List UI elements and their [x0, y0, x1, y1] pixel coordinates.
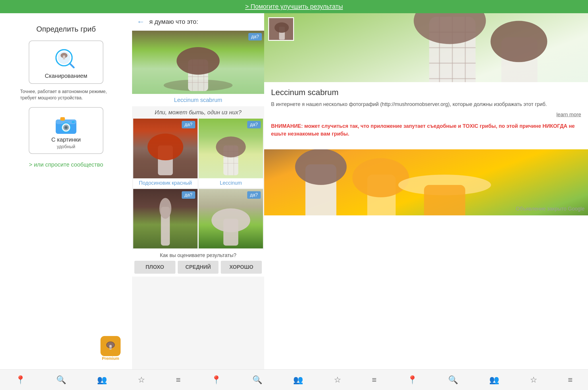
svg-rect-3	[63, 55, 65, 59]
warning-text: ВНИМАНИЕ: может случиться так, что прило…	[271, 122, 581, 138]
nav-people-icon-3[interactable]: 👥	[489, 375, 499, 385]
left-panel-inner: Определить гриб Сканированием Точнее, ра…	[9, 19, 123, 364]
main-result-image: да?	[132, 31, 264, 94]
scan-option-card[interactable]: Сканированием	[29, 40, 103, 84]
svg-point-40	[159, 198, 171, 219]
scan-option-note: Точнее, работает в автономном режиме, тр…	[17, 88, 115, 101]
nav-star-icon-3[interactable]: ☆	[530, 375, 537, 385]
premium-mushroom-icon	[104, 340, 117, 352]
nav-star-icon-2[interactable]: ☆	[334, 375, 341, 385]
nav-location-icon-2[interactable]: 📍	[211, 375, 221, 385]
alt-item-3: да?	[133, 189, 198, 249]
svg-point-61	[295, 149, 347, 185]
ad-label: Объявление закрыто Google	[516, 206, 585, 212]
middle-panel: ← я думаю что это: да?	[132, 13, 264, 369]
middle-header: ← я думаю что это:	[132, 13, 264, 31]
camera-option-card[interactable]: С картинки удобный	[29, 107, 103, 154]
alt-item-4: да?	[199, 189, 263, 249]
left-panel: Определить гриб Сканированием Точнее, ра…	[0, 13, 132, 369]
alt-image-2: да?	[199, 119, 263, 178]
nav-location-icon-3[interactable]: 📍	[407, 375, 417, 385]
camera-icon	[55, 113, 78, 136]
svg-rect-65	[424, 185, 465, 215]
rating-buttons: ПЛОХО СРЕДНИЙ ХОРОШО	[134, 261, 262, 274]
alt-name-2: Leccinum	[199, 178, 263, 188]
nav-menu-icon-1[interactable]: ≡	[176, 375, 181, 385]
premium-label: Premium	[102, 356, 119, 361]
species-name: Leccinum scabrum	[271, 88, 581, 97]
rating-bad-button[interactable]: ПЛОХО	[134, 261, 175, 274]
alt-image-4: да?	[199, 189, 263, 249]
svg-point-29	[148, 134, 183, 160]
scan-icon	[53, 47, 79, 73]
alt-item-2: да? Leccinum	[199, 119, 263, 188]
svg-line-4	[70, 63, 74, 67]
svg-point-37	[216, 136, 246, 157]
svg-rect-8	[60, 117, 65, 121]
premium-badge: Premium	[100, 336, 121, 361]
main-mushroom-svg	[132, 31, 264, 94]
right-info: Leccinum scabrum В интернете я нашел нес…	[264, 82, 588, 149]
right-top-image	[264, 13, 588, 82]
alt-image-1: да?	[133, 119, 198, 178]
right-bottom-svg	[264, 149, 588, 215]
nav-group-1: 📍 🔍 👥 ☆ ≡	[0, 375, 196, 385]
nav-search-icon-3[interactable]: 🔍	[448, 375, 458, 385]
alt-yes-badge-4[interactable]: да?	[247, 191, 261, 199]
main-area: Определить гриб Сканированием Точнее, ра…	[0, 13, 588, 369]
right-thumb	[268, 17, 294, 41]
right-thumb-svg	[269, 18, 294, 41]
back-button[interactable]: ←	[137, 17, 145, 26]
left-panel-title: Определить гриб	[36, 25, 96, 34]
alt-yes-badge-3[interactable]: да?	[182, 191, 195, 199]
nav-star-icon-1[interactable]: ☆	[138, 375, 145, 385]
alt-name-1: Подосиновик красный	[133, 178, 198, 188]
rating-medium-button[interactable]: СРЕДНИЙ	[178, 261, 219, 274]
nav-search-icon-2[interactable]: 🔍	[252, 375, 262, 385]
svg-point-58	[274, 22, 289, 33]
premium-icon	[100, 336, 121, 356]
nav-people-icon-2[interactable]: 👥	[293, 375, 303, 385]
alt-image-3: да?	[133, 189, 198, 249]
learn-more-link[interactable]: learn more	[271, 112, 581, 118]
middle-title: я думаю что это:	[149, 18, 198, 26]
svg-point-63	[352, 158, 409, 198]
nav-menu-icon-3[interactable]: ≡	[568, 375, 572, 385]
alt-item-1: да? Подосиновик красный	[133, 119, 198, 188]
alternatives-row-2: да? да?	[132, 189, 264, 249]
svg-rect-14	[109, 345, 112, 350]
species-description: В интернете я нашел несколько фотографий…	[271, 101, 581, 108]
nav-group-2: 📍 🔍 👥 ☆ ≡	[196, 375, 392, 385]
alt-yes-badge-2[interactable]: да?	[247, 121, 261, 128]
or-section: Или, может быть, один из них?	[132, 106, 264, 119]
nav-people-icon-1[interactable]: 👥	[97, 375, 107, 385]
main-result-name[interactable]: Leccinum scabrum	[132, 94, 264, 106]
rating-section: Как вы оцениваете результаты? ПЛОХО СРЕД…	[132, 250, 264, 277]
alt-yes-badge-1[interactable]: да?	[182, 121, 195, 128]
nav-location-icon-1[interactable]: 📍	[16, 375, 26, 385]
alternatives-row-1: да? Подосиновик красный да?	[132, 119, 264, 188]
nav-group-3: 📍 🔍 👥 ☆ ≡	[392, 375, 588, 385]
svg-point-43	[212, 208, 250, 232]
help-improve-banner[interactable]: > Помогите улучшить результаты	[0, 0, 588, 13]
svg-point-26	[177, 47, 220, 75]
svg-point-11	[65, 126, 67, 129]
nav-menu-icon-2[interactable]: ≡	[372, 375, 376, 385]
svg-point-55	[491, 21, 548, 62]
community-link[interactable]: > или спросите сообщество	[29, 161, 103, 168]
rating-label: Как вы оцениваете результаты?	[134, 252, 262, 258]
svg-rect-12	[72, 121, 75, 123]
right-panel: Leccinum scabrum В интернете я нашел нес…	[264, 13, 588, 369]
right-bottom-image: Объявление закрыто Google	[264, 149, 588, 215]
bottom-nav: 📍 🔍 👥 ☆ ≡ 📍 🔍 👥 ☆ ≡ 📍 🔍 👥 ☆ ≡	[0, 369, 588, 390]
scan-option-label: Сканированием	[45, 73, 87, 79]
camera-option-label: С картинки	[51, 136, 81, 143]
right-top-image-svg	[264, 13, 588, 82]
nav-search-icon-1[interactable]: 🔍	[56, 375, 66, 385]
rating-good-button[interactable]: ХОРОШО	[221, 261, 262, 274]
main-yes-badge[interactable]: да?	[248, 33, 262, 40]
camera-option-sublabel: удобный	[57, 144, 75, 149]
